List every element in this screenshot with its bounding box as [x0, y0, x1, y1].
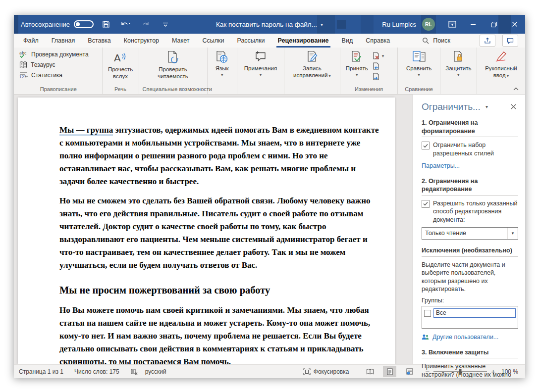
- previous-change-button[interactable]: [371, 61, 386, 71]
- exceptions-description: Выделите части документа и выберите поль…: [422, 261, 518, 294]
- group-everyone-checkbox[interactable]: [424, 310, 431, 317]
- next-change-button[interactable]: [371, 72, 386, 82]
- print-layout-button[interactable]: [383, 366, 396, 377]
- check-icon: [423, 201, 428, 206]
- select-dropdown-button[interactable]: ▾: [507, 228, 518, 239]
- document-title[interactable]: Как поставить пароль на файл... ▾: [216, 15, 323, 34]
- tab-insert[interactable]: Вставка: [81, 34, 117, 48]
- reject-icon: [373, 52, 380, 60]
- autosave-toggle[interactable]: [74, 20, 94, 28]
- accept-button[interactable]: Принять ▾: [343, 49, 371, 77]
- group-language: Язык ▾: [208, 48, 237, 94]
- close-icon: [511, 104, 516, 109]
- ribbon-display-options-button[interactable]: [442, 15, 463, 34]
- new-comment-button[interactable]: Примечания ▾: [240, 49, 281, 77]
- pane-close-button[interactable]: [508, 102, 518, 112]
- customize-quick-access-toolbar-button[interactable]: [158, 18, 173, 31]
- save-button[interactable]: [99, 18, 113, 31]
- protect-icon: [452, 50, 464, 63]
- settings-link[interactable]: Параметры...: [422, 162, 460, 170]
- tab-view[interactable]: Вид: [335, 34, 360, 48]
- focus-mode-button[interactable]: Фокусировка: [303, 368, 349, 375]
- title-bar: Автосохранение Как поставить пароль на ф…: [14, 15, 525, 34]
- groups-listbox[interactable]: Все: [422, 306, 518, 329]
- tab-design[interactable]: Конструктор: [117, 34, 165, 48]
- document-page[interactable]: Мы — группа энтузиастов, одержимых идеей…: [18, 98, 395, 364]
- track-changes-icon: [306, 50, 318, 63]
- tab-layout[interactable]: Макет: [165, 34, 196, 48]
- dropdown-caret-icon: ▾: [328, 73, 331, 78]
- account-name[interactable]: Ru Lumpics: [382, 21, 416, 28]
- word-window: Автосохранение Как поставить пароль на ф…: [14, 15, 525, 378]
- reject-change-button[interactable]: ▾: [371, 51, 386, 61]
- group-speech: A Прочесть вслух Речь: [103, 48, 139, 94]
- word-count-icon: 123: [19, 72, 28, 79]
- read-mode-button[interactable]: [363, 366, 377, 377]
- ink-icon: [494, 50, 508, 63]
- document-canvas[interactable]: Мы — группа энтузиастов, одержимых идеей…: [14, 95, 413, 364]
- zoom-slider-thumb[interactable]: [459, 369, 462, 375]
- dropdown-caret-icon: ▾: [507, 73, 509, 78]
- title-dropdown-caret-icon: ▾: [321, 22, 323, 27]
- tab-review[interactable]: Рецензирование: [271, 34, 335, 48]
- tab-home[interactable]: Главная: [45, 34, 82, 48]
- word-count-button[interactable]: 123 Статистика: [17, 70, 100, 80]
- previous-change-icon: [373, 62, 380, 70]
- svg-text:123: 123: [19, 75, 27, 79]
- titlebar-decor: [361, 15, 374, 34]
- pane-title: Ограничить...: [422, 100, 481, 113]
- minimize-button[interactable]: [463, 15, 484, 34]
- more-users-link[interactable]: Другие пользователи...: [422, 333, 518, 342]
- new-comment-icon: [254, 50, 268, 63]
- compare-button[interactable]: Сравнить ▾: [400, 49, 437, 77]
- restrict-editing-pane: Ограничить... ▾ 1. Ограничения на формат…: [413, 95, 525, 364]
- page-number-indicator[interactable]: Страница 1 из 1: [19, 368, 63, 375]
- web-layout-button[interactable]: [403, 366, 416, 377]
- comment-icon: [507, 38, 514, 44]
- redo-button[interactable]: [138, 18, 153, 31]
- check-accessibility-button[interactable]: Проверить читаемость: [142, 49, 205, 80]
- thesaurus-button[interactable]: Тезаурус: [17, 59, 100, 70]
- avatar[interactable]: RL: [422, 18, 435, 31]
- check-document-button[interactable]: abc Проверка документа: [17, 49, 100, 59]
- tab-file[interactable]: Файл: [14, 34, 45, 48]
- group-everyone-item[interactable]: Все: [433, 308, 516, 318]
- comments-button[interactable]: [502, 35, 518, 47]
- limit-styles-checkbox[interactable]: [422, 142, 430, 149]
- dropdown-caret-icon: ▾: [382, 53, 384, 58]
- read-aloud-button[interactable]: A Прочесть вслух: [105, 49, 136, 80]
- group-accessibility: Проверить читаемость Специальные возможн…: [139, 48, 208, 94]
- restore-button[interactable]: [484, 15, 504, 34]
- tab-help[interactable]: Справка: [359, 34, 396, 48]
- track-changes-button[interactable]: Запись исправлений▾: [287, 49, 337, 79]
- proofing-errors-button[interactable]: [130, 368, 138, 375]
- tab-references[interactable]: Ссылки: [196, 34, 230, 48]
- group-protect: Защитить ▾: [440, 48, 477, 94]
- undo-button[interactable]: [118, 18, 133, 31]
- zoom-slider[interactable]: [433, 371, 487, 372]
- word-count-indicator[interactable]: Число слов: 175: [74, 368, 119, 375]
- language-indicator[interactable]: русский: [145, 368, 166, 375]
- collapse-ribbon-button[interactable]: [511, 85, 520, 92]
- share-button[interactable]: [480, 35, 495, 47]
- allow-editing-type-checkbox[interactable]: [422, 200, 430, 208]
- close-button[interactable]: [504, 15, 525, 34]
- limit-styles-label: Ограничить набор разрешенных стилей: [433, 141, 518, 157]
- pane-dropdown-caret-icon[interactable]: ▾: [485, 103, 488, 110]
- ink-button[interactable]: Рукописный ввод▾: [480, 49, 523, 79]
- selected-option: Только чтение: [422, 229, 507, 238]
- paragraph: Но мы не сможем это сделать без Вашей об…: [59, 195, 381, 272]
- search-icon: [422, 37, 429, 44]
- group-changes: Принять ▾ ▾ Изменения: [340, 48, 398, 94]
- check-icon: [423, 144, 428, 148]
- groups-label: Группы:: [422, 296, 518, 305]
- protect-button[interactable]: Защитить ▾: [443, 49, 474, 77]
- language-button[interactable]: Язык ▾: [210, 49, 234, 77]
- tab-mailings[interactable]: Рассылки: [230, 34, 271, 48]
- group-label-changes: Изменения: [343, 86, 395, 94]
- group-label-proofing: Правописание: [17, 86, 100, 94]
- read-mode-icon: [366, 369, 374, 375]
- search-input[interactable]: Поиск: [422, 37, 450, 44]
- read-aloud-icon: A: [113, 50, 128, 64]
- editing-restriction-select[interactable]: Только чтение ▾: [422, 227, 518, 240]
